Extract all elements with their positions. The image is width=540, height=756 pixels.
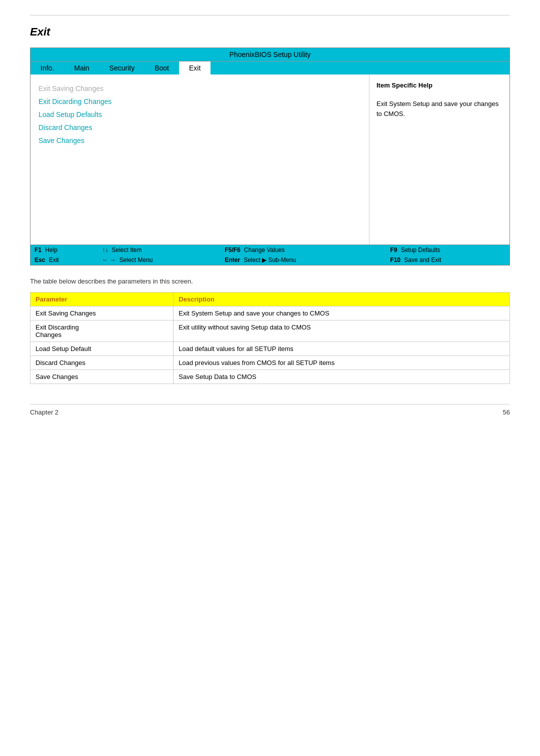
menu-item-discard-changes[interactable]: Discard Changes	[38, 124, 361, 132]
page-title: Exit	[30, 15, 510, 38]
table-row: Save Changes Save Setup Data to CMOS	[30, 370, 510, 384]
bios-help-panel: Item Specific Help Exit System Setup and…	[370, 74, 510, 244]
param-load-default: Load Setup Default	[30, 342, 174, 356]
help-title: Item Specific Help	[376, 82, 502, 89]
nav-item-boot[interactable]: Boot	[144, 62, 179, 74]
menu-item-load-defaults[interactable]: Load Setup Defaults	[38, 110, 361, 118]
shortcut-leftright-key: ← → Select Menu	[98, 255, 220, 265]
table-row: Discard Changes Load previous values fro…	[30, 356, 510, 370]
desc-save-changes: Save Setup Data to CMOS	[174, 370, 510, 384]
shortcut-f9-key: F9 Setup Defaults	[386, 245, 510, 255]
help-text: Exit System Setup and save your changes …	[376, 99, 502, 118]
shortcuts-table: F1 Help ↑↓ Select Item F5/F6 Change Valu…	[30, 245, 510, 265]
bios-setup-box: PhoenixBIOS Setup Utility Info. Main Sec…	[30, 48, 510, 266]
page-footer: Chapter 2 56	[30, 404, 510, 416]
bios-menu-left: Exit Saving Changes Exit Dicarding Chang…	[30, 74, 370, 244]
nav-item-main[interactable]: Main	[64, 62, 99, 74]
desc-exit-saving: Exit System Setup and save your changes …	[174, 306, 510, 320]
param-exit-saving: Exit Saving Changes	[30, 306, 174, 320]
menu-item-exit-saving[interactable]: Exit Saving Changes	[38, 84, 361, 92]
nav-item-exit[interactable]: Exit	[179, 62, 210, 74]
bios-shortcuts-bar: F1 Help ↑↓ Select Item F5/F6 Change Valu…	[30, 244, 510, 265]
bios-nav-bar: Info. Main Security Boot Exit	[30, 61, 510, 74]
desc-load-default: Load default values for all SETUP items	[174, 342, 510, 356]
shortcut-updown-key: ↑↓ Select Item	[98, 245, 220, 255]
description-text: The table below describes the parameters…	[30, 278, 510, 285]
table-row: Exit Saving Changes Exit System Setup an…	[30, 306, 510, 320]
bios-title-bar: PhoenixBIOS Setup Utility	[30, 48, 510, 61]
shortcut-enter-key: Enter Select ▶ Sub-Menu	[220, 255, 386, 265]
table-row: Load Setup Default Load default values f…	[30, 342, 510, 356]
param-table-header-desc: Description	[174, 292, 510, 306]
menu-item-exit-discarding[interactable]: Exit Dicarding Changes	[38, 98, 361, 106]
param-save-changes: Save Changes	[30, 370, 174, 384]
bios-content-area: Exit Saving Changes Exit Dicarding Chang…	[30, 74, 510, 244]
footer-page: 56	[503, 408, 510, 416]
param-table-header-param: Parameter	[30, 292, 174, 306]
shortcut-esc-key: Esc Exit	[30, 255, 98, 265]
parameter-table: Parameter Description Exit Saving Change…	[30, 292, 510, 384]
footer-chapter: Chapter 2	[30, 408, 58, 416]
nav-item-info[interactable]: Info.	[30, 62, 64, 74]
shortcut-f10-key: F10 Save and Exit	[386, 255, 510, 265]
table-row: Exit DiscardingChanges Exit utility with…	[30, 320, 510, 342]
menu-item-save-changes[interactable]: Save Changes	[38, 136, 361, 144]
desc-exit-discarding: Exit utility without saving Setup data t…	[174, 320, 510, 342]
nav-item-security[interactable]: Security	[100, 62, 145, 74]
shortcut-f1-key: F1 Help	[30, 245, 98, 255]
param-discard-changes: Discard Changes	[30, 356, 174, 370]
param-exit-discarding: Exit DiscardingChanges	[30, 320, 174, 342]
desc-discard-changes: Load previous values from CMOS for all S…	[174, 356, 510, 370]
shortcut-f5f6-key: F5/F6 Change Values	[220, 245, 386, 255]
